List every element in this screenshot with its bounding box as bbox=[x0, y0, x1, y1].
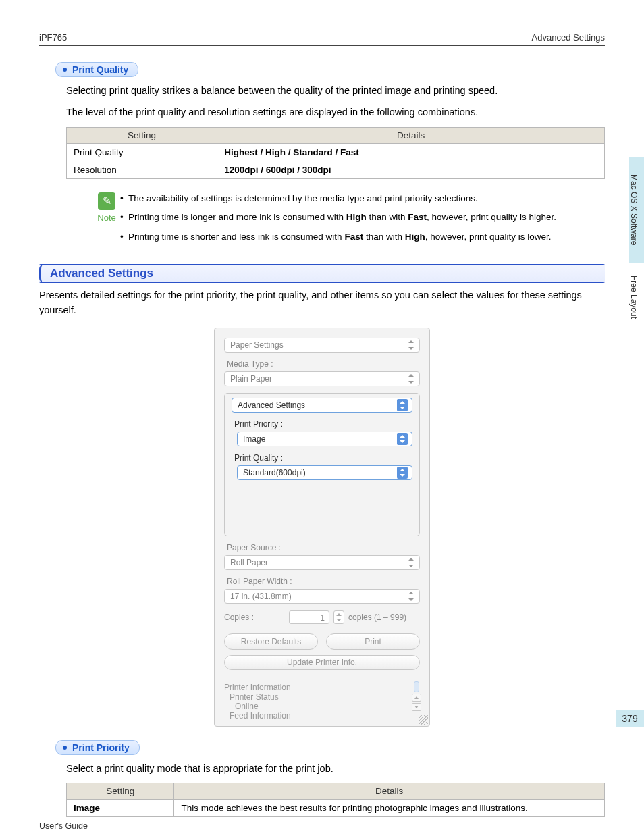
restore-defaults-button[interactable]: Restore Defaults bbox=[224, 633, 318, 650]
pp-th-details: Details bbox=[174, 783, 605, 800]
print-priority-combo[interactable]: Image bbox=[237, 432, 412, 446]
pq-r2c1: Resolution bbox=[67, 161, 217, 178]
print-quality-label: Print Quality bbox=[72, 64, 128, 75]
pq-th-setting: Setting bbox=[67, 127, 217, 143]
stepper-icon bbox=[397, 467, 408, 479]
footer-left: User's Guide bbox=[39, 821, 88, 831]
media-type-label: Media Type : bbox=[227, 359, 420, 369]
print-button[interactable]: Print bbox=[326, 633, 420, 650]
stepper-icon bbox=[397, 433, 408, 445]
stepper-icon bbox=[407, 340, 415, 350]
info-status-value: Online bbox=[224, 702, 420, 711]
pq-r1c2: Highest / High / Standard / Fast bbox=[217, 143, 605, 161]
info-status-label: Printer Status bbox=[224, 692, 420, 702]
note-item: Printing time is longer and more ink is … bbox=[120, 211, 605, 224]
pq-r2c2: 1200dpi / 600dpi / 300dpi bbox=[217, 161, 605, 178]
bullet-icon bbox=[63, 746, 67, 750]
advanced-settings-combo[interactable]: Advanced Settings bbox=[232, 398, 412, 413]
paper-source-label: Paper Source : bbox=[227, 543, 420, 552]
note-item: The availability of settings is determin… bbox=[120, 192, 605, 205]
stepper-icon bbox=[397, 399, 408, 411]
copies-input[interactable]: 1 bbox=[289, 610, 329, 624]
settings-dialog: Paper Settings Media Type : Plain Paper … bbox=[214, 328, 430, 727]
note-item: Printing time is shorter and less ink is… bbox=[120, 231, 605, 244]
paper-source-combo[interactable]: Roll Paper bbox=[224, 555, 420, 570]
print-quality-table: Setting Details Print Quality Highest / … bbox=[66, 127, 605, 179]
roll-width-combo[interactable]: 17 in. (431.8mm) bbox=[224, 589, 420, 604]
advanced-settings-heading: Advanced Settings bbox=[39, 264, 605, 283]
scroll-thumb[interactable] bbox=[414, 681, 419, 692]
page-number-badge: 379 bbox=[616, 710, 644, 727]
note-label: Note bbox=[97, 213, 115, 223]
paper-settings-combo[interactable]: Paper Settings bbox=[224, 338, 420, 353]
pp-th-setting: Setting bbox=[67, 783, 174, 800]
update-printer-info-button[interactable]: Update Printer Info. bbox=[224, 655, 420, 670]
print-quality-combo[interactable]: Standard(600dpi) bbox=[237, 465, 412, 480]
note-block: ✎ Note The availability of settings is d… bbox=[93, 192, 605, 251]
bullet-icon bbox=[63, 68, 67, 72]
header-left: iPF765 bbox=[39, 32, 67, 43]
print-quality-heading: Print Quality bbox=[55, 62, 138, 77]
print-priority-label: Print Priority : bbox=[234, 419, 412, 429]
pq-th-details: Details bbox=[217, 127, 605, 143]
copies-stepper[interactable] bbox=[333, 610, 344, 624]
stepper-icon bbox=[407, 374, 415, 384]
stepper-icon bbox=[407, 558, 415, 567]
printer-information: Printer Information Printer Status Onlin… bbox=[224, 677, 420, 721]
info-feed: Feed Information bbox=[224, 711, 420, 721]
info-title: Printer Information bbox=[224, 683, 420, 692]
print-quality-dlg-label: Print Quality : bbox=[234, 453, 412, 463]
print-priority-table: Setting Details Image This mode achieves… bbox=[66, 783, 605, 817]
resize-grip-icon[interactable] bbox=[419, 715, 428, 725]
pp-r1c1: Image bbox=[67, 800, 174, 817]
copies-range: copies (1 – 999) bbox=[348, 613, 406, 622]
advanced-settings-group: Advanced Settings Print Priority : Image… bbox=[224, 393, 420, 536]
pq-paragraph-2: The level of the print quality and resol… bbox=[66, 105, 605, 120]
side-tab-free-layout[interactable]: Free Layout bbox=[629, 263, 644, 331]
print-priority-head-label: Print Priority bbox=[72, 742, 130, 753]
advanced-paragraph: Presents detailed settings for the print… bbox=[39, 288, 605, 318]
scroll-up-icon[interactable] bbox=[412, 694, 421, 702]
roll-width-label: Roll Paper Width : bbox=[227, 577, 420, 586]
pp-r1c2: This mode achieves the best results for … bbox=[174, 800, 605, 817]
header-right: Advanced Settings bbox=[532, 32, 605, 43]
media-type-combo[interactable]: Plain Paper bbox=[224, 371, 420, 386]
pq-r1c1: Print Quality bbox=[67, 143, 217, 161]
side-tab-mac-os-x[interactable]: Mac OS X Software bbox=[629, 157, 644, 263]
advanced-title: Advanced Settings bbox=[50, 267, 153, 280]
pq-paragraph-1: Selecting print quality strikes a balanc… bbox=[66, 84, 605, 99]
copies-label: Copies : bbox=[224, 613, 285, 622]
pp-paragraph: Select a print quality mode that is appr… bbox=[66, 762, 605, 777]
stepper-icon bbox=[407, 592, 415, 601]
scroll-down-icon[interactable] bbox=[412, 703, 421, 711]
print-priority-heading: Print Priority bbox=[55, 740, 140, 755]
pencil-icon: ✎ bbox=[98, 192, 115, 210]
info-scrollbar[interactable] bbox=[412, 681, 421, 712]
